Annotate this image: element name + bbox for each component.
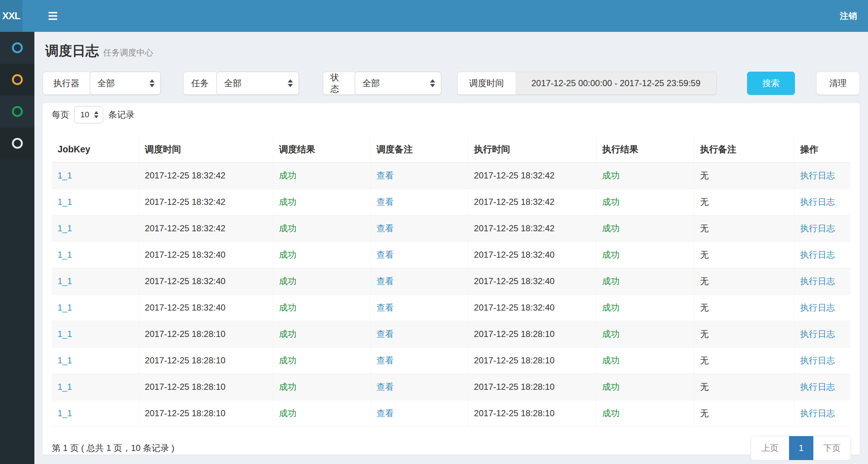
handle-msg-cell: 无 <box>700 329 709 339</box>
view-trigger-msg-link[interactable]: 查看 <box>376 197 394 207</box>
trigger-result-cell: 成功 <box>279 382 296 392</box>
handle-result-cell: 成功 <box>602 276 620 286</box>
view-trigger-msg-link[interactable]: 查看 <box>376 382 394 392</box>
jobkey-link[interactable]: 1_1 <box>58 170 72 180</box>
page-header: 调度日志任务调度中心 <box>34 32 868 72</box>
trigger-time-cell: 2017-12-25 18:28:10 <box>145 382 226 392</box>
trigger-time-cell: 2017-12-25 18:32:42 <box>145 223 226 233</box>
execution-log-link[interactable]: 执行日志 <box>800 197 835 207</box>
execution-log-link[interactable]: 执行日志 <box>800 276 835 286</box>
handle-time-cell: 2017-12-25 18:32:42 <box>474 223 555 233</box>
table-row: 1_12017-12-25 18:28:10成功查看2017-12-25 18:… <box>52 374 851 400</box>
handle-msg-cell: 无 <box>700 250 709 260</box>
current-page-button[interactable]: 1 <box>789 436 813 460</box>
jobkey-link[interactable]: 1_1 <box>58 276 72 286</box>
circle-icon <box>12 106 23 117</box>
table-row: 1_12017-12-25 18:32:40成功查看2017-12-25 18:… <box>52 268 851 294</box>
jobkey-link[interactable]: 1_1 <box>58 197 72 207</box>
view-trigger-msg-link[interactable]: 查看 <box>376 250 394 260</box>
page-size-select[interactable]: 10 <box>74 106 103 123</box>
execution-log-link[interactable]: 执行日志 <box>800 303 835 312</box>
execution-log-link[interactable]: 执行日志 <box>800 329 835 339</box>
jobkey-link[interactable]: 1_1 <box>58 355 72 365</box>
execution-log-link[interactable]: 执行日志 <box>800 408 835 418</box>
pagination-summary: 第 1 页 ( 总共 1 页，10 条记录 ) <box>52 442 174 454</box>
sidebar-item-3[interactable] <box>0 96 34 127</box>
sidebar-item-1[interactable] <box>0 32 34 64</box>
view-trigger-msg-link[interactable]: 查看 <box>376 408 394 418</box>
sidebar-toggle-button[interactable] <box>43 0 62 32</box>
view-trigger-msg-link[interactable]: 查看 <box>376 223 394 233</box>
jobkey-link[interactable]: 1_1 <box>58 223 72 233</box>
app-logo: XXL <box>0 0 22 32</box>
handle-msg-cell: 无 <box>700 303 709 312</box>
jobkey-link[interactable]: 1_1 <box>58 408 72 418</box>
trigger-result-cell: 成功 <box>279 197 296 207</box>
prev-page-button[interactable]: 上页 <box>751 436 789 460</box>
view-trigger-msg-link[interactable]: 查看 <box>376 276 394 286</box>
handle-result-cell: 成功 <box>602 223 620 233</box>
handle-msg-cell: 无 <box>700 223 709 233</box>
job-select[interactable]: 全部 <box>216 72 299 95</box>
executor-select[interactable]: 全部 <box>90 72 161 95</box>
trigger-result-cell: 成功 <box>279 303 296 312</box>
app-window: XXL 注销 调度日志任务调度中心 执行器 全部 任务 <box>0 0 868 464</box>
trigger-result-cell: 成功 <box>279 408 296 418</box>
view-trigger-msg-link[interactable]: 查看 <box>376 329 394 339</box>
handle-time-cell: 2017-12-25 18:28:10 <box>474 382 555 392</box>
handle-msg-cell: 无 <box>700 355 709 365</box>
col-header-trigger-time: 调度时间 <box>139 137 273 162</box>
time-filter-label: 调度时间 <box>457 72 515 95</box>
logout-link[interactable]: 注销 <box>840 0 857 32</box>
jobkey-link[interactable]: 1_1 <box>58 303 72 312</box>
col-header-trigger-result: 调度结果 <box>273 137 370 162</box>
executor-filter-group: 执行器 全部 <box>43 72 161 95</box>
clear-button[interactable]: 清理 <box>816 72 860 95</box>
jobkey-link[interactable]: 1_1 <box>58 250 72 260</box>
page-size-suffix-label: 条记录 <box>108 109 134 121</box>
trigger-time-cell: 2017-12-25 18:32:40 <box>145 276 226 286</box>
table-row: 1_12017-12-25 18:28:10成功查看2017-12-25 18:… <box>52 400 851 426</box>
view-trigger-msg-link[interactable]: 查看 <box>376 303 394 312</box>
handle-msg-cell: 无 <box>700 408 709 418</box>
handle-time-cell: 2017-12-25 18:32:42 <box>474 197 555 207</box>
execution-log-link[interactable]: 执行日志 <box>800 382 835 392</box>
handle-result-cell: 成功 <box>602 355 620 365</box>
select-arrows-icon <box>149 79 155 87</box>
view-trigger-msg-link[interactable]: 查看 <box>376 355 394 365</box>
trigger-result-cell: 成功 <box>279 355 296 365</box>
col-header-handle-result: 执行结果 <box>596 137 694 162</box>
execution-log-link[interactable]: 执行日志 <box>800 223 835 233</box>
handle-result-cell: 成功 <box>602 303 620 312</box>
jobkey-link[interactable]: 1_1 <box>58 382 72 392</box>
view-trigger-msg-link[interactable]: 查看 <box>376 170 394 180</box>
jobkey-link[interactable]: 1_1 <box>58 329 72 339</box>
top-navbar: XXL 注销 <box>0 0 868 32</box>
page-title: 调度日志 <box>45 42 99 60</box>
table-row: 1_12017-12-25 18:28:10成功查看2017-12-25 18:… <box>52 347 851 374</box>
table-row: 1_12017-12-25 18:32:40成功查看2017-12-25 18:… <box>52 294 851 321</box>
time-range-input[interactable]: 2017-12-25 00:00:00 - 2017-12-25 23:59:5… <box>515 72 717 95</box>
status-filter-label: 状态 <box>323 72 355 95</box>
time-filter-group: 调度时间 2017-12-25 00:00:00 - 2017-12-25 23… <box>457 72 717 95</box>
status-select[interactable]: 全部 <box>355 72 441 95</box>
execution-log-link[interactable]: 执行日志 <box>800 250 835 260</box>
sidebar-item-2[interactable] <box>0 64 34 96</box>
search-button[interactable]: 搜索 <box>747 72 795 95</box>
col-header-action: 操作 <box>794 137 851 162</box>
trigger-result-cell: 成功 <box>279 329 296 339</box>
execution-log-link[interactable]: 执行日志 <box>800 170 835 180</box>
page-size-prefix-label: 每页 <box>52 109 69 121</box>
trigger-time-cell: 2017-12-25 18:32:40 <box>145 250 226 260</box>
pagination: 上页 1 下页 <box>751 436 851 460</box>
trigger-result-cell: 成功 <box>279 250 296 260</box>
sidebar-item-4[interactable] <box>0 127 34 159</box>
execution-log-link[interactable]: 执行日志 <box>800 355 835 365</box>
handle-time-cell: 2017-12-25 18:28:10 <box>474 408 555 418</box>
trigger-time-cell: 2017-12-25 18:32:40 <box>145 303 226 312</box>
col-header-jobkey: JobKey <box>52 137 139 162</box>
trigger-time-cell: 2017-12-25 18:28:10 <box>145 408 226 418</box>
col-header-handle-time: 执行时间 <box>468 137 596 162</box>
next-page-button[interactable]: 下页 <box>813 436 851 460</box>
handle-result-cell: 成功 <box>602 197 620 207</box>
